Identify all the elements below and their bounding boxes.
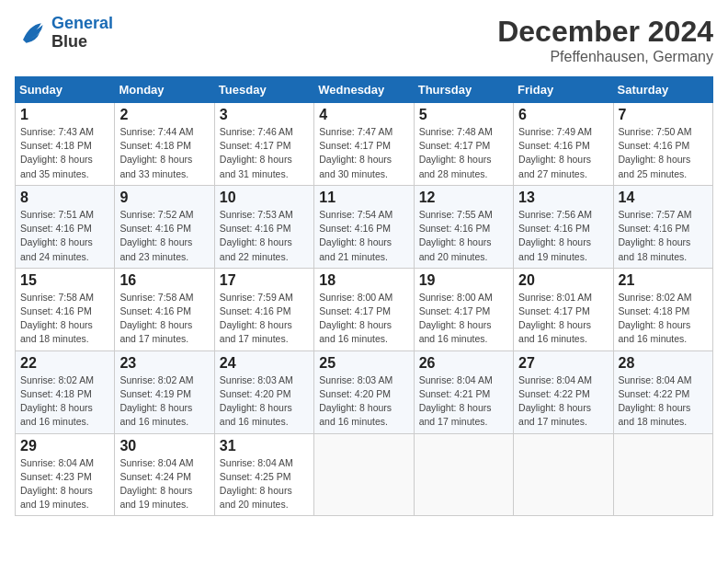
calendar-cell: 30Sunrise: 8:04 AMSunset: 4:24 PMDayligh… [115, 433, 214, 516]
day-info: Sunrise: 7:54 AMSunset: 4:16 PMDaylight:… [319, 208, 408, 264]
calendar-cell [613, 433, 712, 516]
calendar-cell: 8Sunrise: 7:51 AMSunset: 4:16 PMDaylight… [16, 185, 115, 268]
calendar-cell: 21Sunrise: 8:02 AMSunset: 4:18 PMDayligh… [613, 268, 712, 350]
day-info: Sunrise: 8:03 AMSunset: 4:20 PMDaylight:… [319, 373, 408, 430]
calendar-cell: 10Sunrise: 7:53 AMSunset: 4:16 PMDayligh… [214, 185, 313, 268]
calendar-cell: 19Sunrise: 8:00 AMSunset: 4:17 PMDayligh… [414, 268, 513, 350]
day-number: 25 [319, 355, 408, 372]
weekday-header-monday: Monday [115, 77, 214, 103]
day-number: 26 [419, 355, 508, 372]
calendar-cell: 17Sunrise: 7:59 AMSunset: 4:16 PMDayligh… [214, 268, 313, 350]
day-info: Sunrise: 7:52 AMSunset: 4:16 PMDaylight:… [119, 208, 209, 264]
calendar-cell: 9Sunrise: 7:52 AMSunset: 4:16 PMDaylight… [115, 185, 214, 268]
day-info: Sunrise: 8:00 AMSunset: 4:17 PMDaylight:… [419, 291, 508, 347]
location-title: Pfeffenhausen, Germany [497, 49, 713, 65]
day-info: Sunrise: 8:01 AMSunset: 4:17 PMDaylight:… [518, 291, 608, 347]
day-info: Sunrise: 7:56 AMSunset: 4:16 PMDaylight:… [518, 208, 608, 264]
calendar-cell [314, 433, 414, 516]
day-number: 9 [119, 190, 209, 206]
day-info: Sunrise: 7:57 AMSunset: 4:16 PMDaylight:… [619, 208, 708, 264]
day-number: 19 [419, 272, 508, 289]
calendar-cell: 23Sunrise: 8:02 AMSunset: 4:19 PMDayligh… [115, 350, 214, 433]
day-info: Sunrise: 8:04 AMSunset: 4:22 PMDaylight:… [518, 373, 608, 430]
day-info: Sunrise: 8:02 AMSunset: 4:19 PMDaylight:… [119, 373, 209, 430]
day-number: 31 [220, 438, 309, 454]
day-info: Sunrise: 8:04 AMSunset: 4:22 PMDaylight:… [619, 373, 708, 430]
calendar-cell: 18Sunrise: 8:00 AMSunset: 4:17 PMDayligh… [314, 268, 414, 350]
day-number: 10 [220, 190, 309, 206]
day-info: Sunrise: 8:03 AMSunset: 4:20 PMDaylight:… [220, 373, 309, 430]
weekday-header-sunday: Sunday [16, 77, 115, 103]
calendar-cell: 22Sunrise: 8:02 AMSunset: 4:18 PMDayligh… [16, 350, 115, 433]
calendar-cell: 6Sunrise: 7:49 AMSunset: 4:16 PMDaylight… [514, 103, 613, 186]
day-number: 6 [518, 107, 608, 123]
calendar-cell: 20Sunrise: 8:01 AMSunset: 4:17 PMDayligh… [514, 268, 613, 350]
day-info: Sunrise: 7:46 AMSunset: 4:17 PMDaylight:… [220, 125, 309, 181]
title-area: December 2024 Pfeffenhausen, Germany [497, 15, 713, 65]
calendar-cell: 1Sunrise: 7:43 AMSunset: 4:18 PMDaylight… [16, 103, 115, 186]
day-number: 16 [119, 272, 209, 289]
day-number: 12 [419, 190, 508, 206]
calendar-cell: 31Sunrise: 8:04 AMSunset: 4:25 PMDayligh… [214, 433, 313, 516]
day-number: 5 [419, 107, 508, 123]
day-number: 22 [20, 355, 109, 372]
day-info: Sunrise: 7:43 AMSunset: 4:18 PMDaylight:… [20, 125, 109, 181]
day-number: 23 [119, 355, 209, 372]
day-info: Sunrise: 7:53 AMSunset: 4:16 PMDaylight:… [220, 208, 309, 264]
calendar-cell: 14Sunrise: 7:57 AMSunset: 4:16 PMDayligh… [613, 185, 712, 268]
weekday-header-tuesday: Tuesday [214, 77, 313, 103]
calendar-cell: 29Sunrise: 8:04 AMSunset: 4:23 PMDayligh… [16, 433, 115, 516]
month-title: December 2024 [497, 15, 713, 49]
calendar-cell: 2Sunrise: 7:44 AMSunset: 4:18 PMDaylight… [115, 103, 214, 186]
calendar-cell: 28Sunrise: 8:04 AMSunset: 4:22 PMDayligh… [613, 350, 712, 433]
page-header: General Blue December 2024 Pfeffenhausen… [15, 15, 713, 65]
day-number: 18 [319, 272, 408, 289]
calendar-cell: 11Sunrise: 7:54 AMSunset: 4:16 PMDayligh… [314, 185, 414, 268]
calendar-cell: 13Sunrise: 7:56 AMSunset: 4:16 PMDayligh… [514, 185, 613, 268]
day-info: Sunrise: 7:44 AMSunset: 4:18 PMDaylight:… [119, 125, 209, 181]
day-info: Sunrise: 7:58 AMSunset: 4:16 PMDaylight:… [20, 291, 109, 347]
day-info: Sunrise: 7:58 AMSunset: 4:16 PMDaylight:… [119, 291, 209, 347]
day-info: Sunrise: 8:00 AMSunset: 4:17 PMDaylight:… [319, 291, 408, 347]
day-number: 24 [220, 355, 309, 372]
day-info: Sunrise: 7:51 AMSunset: 4:16 PMDaylight:… [20, 208, 109, 264]
day-number: 17 [220, 272, 309, 289]
weekday-header-saturday: Saturday [613, 77, 712, 103]
weekday-header-thursday: Thursday [414, 77, 513, 103]
logo-text: General Blue [51, 15, 113, 52]
day-number: 21 [619, 272, 708, 289]
day-number: 1 [20, 107, 109, 123]
day-info: Sunrise: 7:59 AMSunset: 4:16 PMDaylight:… [220, 291, 309, 347]
weekday-header-friday: Friday [514, 77, 613, 103]
day-info: Sunrise: 8:04 AMSunset: 4:24 PMDaylight:… [119, 456, 209, 512]
day-info: Sunrise: 8:04 AMSunset: 4:25 PMDaylight:… [220, 456, 309, 512]
day-info: Sunrise: 7:55 AMSunset: 4:16 PMDaylight:… [419, 208, 508, 264]
day-number: 4 [319, 107, 408, 123]
day-info: Sunrise: 8:04 AMSunset: 4:23 PMDaylight:… [20, 456, 109, 512]
calendar-cell: 3Sunrise: 7:46 AMSunset: 4:17 PMDaylight… [214, 103, 313, 186]
day-number: 20 [518, 272, 608, 289]
day-number: 14 [619, 190, 708, 206]
calendar-cell: 4Sunrise: 7:47 AMSunset: 4:17 PMDaylight… [314, 103, 414, 186]
calendar-cell [514, 433, 613, 516]
day-info: Sunrise: 8:02 AMSunset: 4:18 PMDaylight:… [20, 373, 109, 430]
calendar-cell: 25Sunrise: 8:03 AMSunset: 4:20 PMDayligh… [314, 350, 414, 433]
calendar-cell: 12Sunrise: 7:55 AMSunset: 4:16 PMDayligh… [414, 185, 513, 268]
day-info: Sunrise: 8:04 AMSunset: 4:21 PMDaylight:… [419, 373, 508, 430]
calendar-cell: 24Sunrise: 8:03 AMSunset: 4:20 PMDayligh… [214, 350, 313, 433]
calendar-cell: 15Sunrise: 7:58 AMSunset: 4:16 PMDayligh… [16, 268, 115, 350]
day-number: 8 [20, 190, 109, 206]
day-number: 3 [220, 107, 309, 123]
calendar-cell: 5Sunrise: 7:48 AMSunset: 4:17 PMDaylight… [414, 103, 513, 186]
day-number: 15 [20, 272, 109, 289]
calendar-cell: 16Sunrise: 7:58 AMSunset: 4:16 PMDayligh… [115, 268, 214, 350]
day-info: Sunrise: 7:49 AMSunset: 4:16 PMDaylight:… [518, 125, 608, 181]
logo: General Blue [15, 15, 113, 52]
weekday-header-wednesday: Wednesday [314, 77, 414, 103]
day-number: 28 [619, 355, 708, 372]
day-number: 11 [319, 190, 408, 206]
day-number: 27 [518, 355, 608, 372]
day-info: Sunrise: 7:50 AMSunset: 4:16 PMDaylight:… [619, 125, 708, 181]
calendar-table: SundayMondayTuesdayWednesdayThursdayFrid… [15, 76, 713, 516]
calendar-cell: 26Sunrise: 8:04 AMSunset: 4:21 PMDayligh… [414, 350, 513, 433]
